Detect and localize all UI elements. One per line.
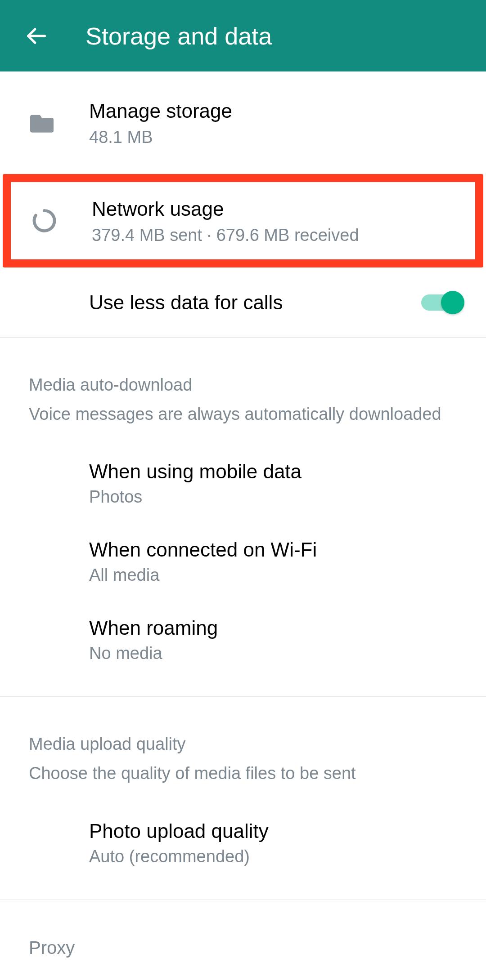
divider [0, 696, 486, 697]
use-less-data-item[interactable]: Use less data for calls [0, 267, 486, 337]
network-usage-highlight: Network usage 379.4 MB sent · 679.6 MB r… [3, 174, 483, 267]
divider [0, 337, 486, 338]
wifi-sub: All media [89, 566, 464, 585]
wifi-item[interactable]: When connected on Wi-Fi All media [0, 522, 486, 600]
network-usage-sub: 379.4 MB sent · 679.6 MB received [92, 226, 454, 245]
manage-storage-sub: 48.1 MB [89, 128, 464, 147]
roaming-title: When roaming [89, 615, 464, 640]
switch-thumb [441, 291, 464, 314]
back-button[interactable] [18, 18, 54, 54]
app-bar: Storage and data [0, 0, 486, 71]
mobile-data-title: When using mobile data [89, 459, 464, 484]
roaming-item[interactable]: When roaming No media [0, 600, 486, 678]
page-title: Storage and data [86, 22, 272, 50]
media-auto-download-header: Media auto-download [0, 375, 486, 395]
network-usage-title: Network usage [92, 196, 454, 221]
photo-upload-item[interactable]: Photo upload quality Auto (recommended) [0, 803, 486, 882]
roaming-sub: No media [89, 644, 464, 663]
use-less-data-title: Use less data for calls [89, 290, 421, 315]
proxy-header: Proxy [29, 938, 457, 958]
manage-storage-item[interactable]: Manage storage 48.1 MB [0, 71, 486, 174]
mobile-data-sub: Photos [89, 487, 464, 507]
wifi-title: When connected on Wi-Fi [89, 537, 464, 562]
divider [0, 900, 486, 900]
photo-upload-sub: Auto (recommended) [89, 847, 464, 866]
media-upload-quality-header: Media upload quality [0, 735, 486, 754]
media-auto-download-sub: Voice messages are always automatically … [0, 403, 486, 426]
photo-upload-title: Photo upload quality [89, 819, 464, 843]
media-upload-quality-sub: Choose the quality of media files to be … [0, 762, 486, 785]
network-usage-item[interactable]: Network usage 379.4 MB sent · 679.6 MB r… [11, 182, 475, 259]
manage-storage-title: Manage storage [89, 98, 464, 123]
data-usage-icon [32, 209, 58, 233]
mobile-data-item[interactable]: When using mobile data Photos [0, 444, 486, 522]
use-less-data-switch[interactable] [421, 291, 464, 314]
folder-icon [29, 113, 55, 133]
back-arrow-icon [24, 24, 48, 48]
